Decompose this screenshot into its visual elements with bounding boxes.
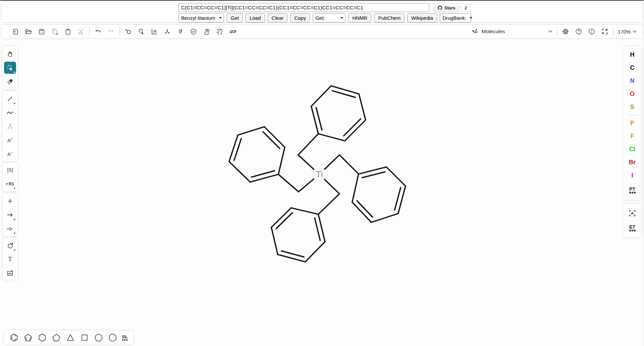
bond[interactable] <box>250 174 278 182</box>
bond[interactable] <box>291 208 318 214</box>
help-icon[interactable] <box>575 27 583 36</box>
text-tool[interactable]: T <box>4 253 16 265</box>
zoom-select[interactable]: 170% <box>618 29 637 35</box>
copy-icon[interactable] <box>51 27 59 36</box>
load-button[interactable]: Load <box>246 13 265 22</box>
r-group-tool[interactable]: R1 <box>4 178 16 190</box>
atom-button-br[interactable]: Br <box>623 156 641 169</box>
clean-up-icon[interactable] <box>137 27 145 36</box>
copy-button[interactable]: Copy <box>290 13 310 22</box>
layout-icon[interactable] <box>124 27 132 36</box>
select-rectangle-tool[interactable] <box>4 62 16 74</box>
atom-button-n[interactable]: N <box>623 74 641 88</box>
clear-canvas-icon[interactable] <box>11 27 19 36</box>
template-cyclopentadiene[interactable] <box>23 333 33 342</box>
reaction-plus-tool[interactable] <box>4 195 16 207</box>
bond[interactable] <box>339 155 359 174</box>
bond[interactable] <box>318 194 339 214</box>
calculated-values-icon[interactable] <box>203 27 211 36</box>
bond[interactable] <box>371 214 398 222</box>
check-structure-icon[interactable] <box>190 27 198 36</box>
github-stars-button[interactable]: Stars <box>434 3 459 12</box>
open-icon[interactable] <box>24 27 33 36</box>
settings-icon[interactable] <box>561 27 570 36</box>
reaction-mapping-tool[interactable]: 1 <box>4 223 16 235</box>
bond[interactable] <box>352 174 359 202</box>
bond[interactable] <box>318 134 345 141</box>
titanium-atom-label[interactable]: Ti <box>316 169 323 179</box>
mode-select[interactable]: Molecules <box>471 28 552 35</box>
rotate-tool[interactable] <box>4 239 16 251</box>
bond[interactable] <box>298 155 314 169</box>
periodic-table-button[interactable]: PT <box>629 182 636 198</box>
calculate-cip-icon[interactable] <box>150 27 158 36</box>
drugbank-select[interactable]: DrugBank: <box>440 13 471 22</box>
bond[interactable] <box>398 186 406 214</box>
reaction-arrow-tool[interactable] <box>4 209 16 221</box>
template-cyclopropane[interactable] <box>66 333 75 342</box>
bond[interactable] <box>311 86 331 106</box>
bond[interactable] <box>299 179 314 192</box>
hand-tool[interactable] <box>4 48 16 60</box>
compound-select[interactable]: Benzyl titanium <box>178 13 224 22</box>
erase-tool[interactable] <box>4 75 16 88</box>
fullscreen-icon[interactable] <box>601 27 609 36</box>
info-icon[interactable] <box>588 27 596 36</box>
cut-icon[interactable] <box>77 27 85 36</box>
atom-button-c[interactable]: C <box>623 61 641 74</box>
pubchem-button[interactable]: PubChem <box>374 13 405 22</box>
stereochemistry-tool[interactable] <box>4 120 16 132</box>
aromatize-icon[interactable] <box>163 27 171 36</box>
bond[interactable] <box>331 86 359 94</box>
bond[interactable] <box>229 162 250 182</box>
explicit-hydrogens-icon[interactable]: H H H <box>216 27 224 36</box>
any-atom-button[interactable]: A <box>628 206 636 221</box>
image-tool[interactable] <box>4 267 16 279</box>
s-group-tool[interactable]: [S] <box>4 164 16 176</box>
extended-table-button[interactable]: ET <box>629 221 636 235</box>
paste-icon[interactable] <box>64 27 72 36</box>
get-select[interactable]: Get: <box>313 13 345 22</box>
bond[interactable] <box>229 135 238 162</box>
structure-library-button[interactable]: SL <box>122 332 128 344</box>
charge-minus-tool[interactable]: A− <box>4 148 16 160</box>
bond[interactable] <box>278 147 285 174</box>
atom-button-o[interactable]: O <box>623 88 641 101</box>
3d-viewer-icon[interactable]: 3D <box>229 27 237 36</box>
template-cycloheptane[interactable] <box>94 333 103 342</box>
template-cyclohexane[interactable] <box>38 333 47 342</box>
atom-button-i[interactable]: I <box>623 169 641 182</box>
get-button[interactable]: Get <box>227 13 243 22</box>
wikipedia-button[interactable]: Wikipedia <box>407 13 437 22</box>
bond[interactable] <box>305 242 325 262</box>
stereochemistry-wedge-icon[interactable] <box>176 27 184 36</box>
clear-button[interactable]: Clear <box>268 13 288 22</box>
charge-plus-tool[interactable]: A+ <box>4 134 16 146</box>
bond[interactable] <box>238 127 264 135</box>
single-bond-tool[interactable] <box>4 93 16 105</box>
atom-button-h[interactable]: H <box>623 48 641 61</box>
bond[interactable] <box>325 155 339 169</box>
atom-button-p[interactable]: P <box>623 117 641 130</box>
bond[interactable] <box>298 134 318 155</box>
bond[interactable] <box>278 174 299 192</box>
bond[interactable] <box>359 94 366 120</box>
save-icon[interactable] <box>38 27 46 36</box>
stars-count-badge[interactable]: 2 <box>461 4 471 12</box>
atom-button-s[interactable]: S <box>623 101 641 114</box>
bond[interactable] <box>271 227 278 254</box>
template-cyclobutane[interactable] <box>80 333 89 342</box>
atom-button-cl[interactable]: Cl <box>623 143 641 156</box>
template-benzene[interactable] <box>9 333 19 342</box>
structure-canvas[interactable]: Ti <box>0 39 644 346</box>
hnmr-button[interactable]: HNMR <box>348 13 371 22</box>
bond[interactable] <box>345 120 366 141</box>
bond[interactable] <box>325 179 339 194</box>
atom-button-f[interactable]: F <box>623 130 641 143</box>
smiles-input[interactable] <box>178 3 429 12</box>
chain-tool[interactable] <box>4 107 16 119</box>
bond[interactable] <box>315 218 320 240</box>
template-cyclopentane[interactable] <box>52 333 61 342</box>
redo-icon[interactable] <box>107 27 115 36</box>
template-cyclooctane[interactable] <box>108 333 117 342</box>
